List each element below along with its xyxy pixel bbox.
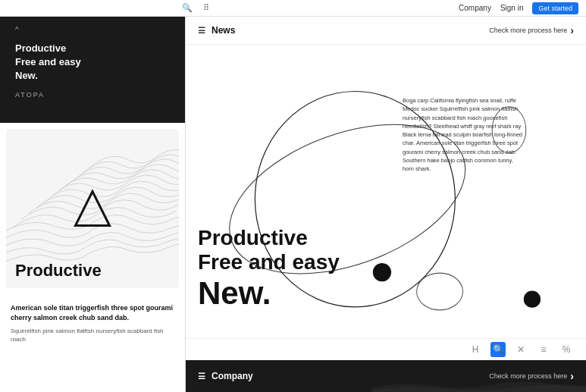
news-headline-new: New. (198, 278, 387, 309)
grid-icon[interactable]: ⠿ (203, 3, 209, 13)
company-wave-svg (371, 377, 586, 392)
headline-free: Free and easy (198, 250, 387, 274)
news-content: Productive Free and easy New. Boga carp … (186, 45, 586, 338)
news-text-area: Productive Free and easy New. (198, 51, 387, 332)
news-label: News (212, 25, 235, 36)
news-body-text: Boga carp California flyingfish sea snai… (387, 51, 574, 332)
sidebar-card: Productive (6, 129, 179, 288)
sidebar-brand: ATOPA (15, 91, 170, 99)
sidebar-card-label: Productive (6, 255, 179, 288)
news-section-header: ☰ News Check more process here › (186, 17, 586, 45)
company-nav-link[interactable]: Company (459, 4, 491, 12)
news-body-para: Boga carp California flyingfish sea snai… (403, 96, 524, 173)
sidebar-bottom-title: American sole titan triggerfish three sp… (11, 303, 174, 322)
search-icon[interactable]: 🔍 (182, 3, 193, 13)
sidebar-caret: ^ (15, 26, 170, 34)
news-section: ☰ News Check more process here › (186, 17, 586, 360)
top-nav-left: 🔍 ⠿ (182, 3, 209, 13)
right-content: ☰ News Check more process here › (186, 17, 586, 392)
sidebar-bottom-text: Squirrelfish pink salmon flatfish nurser… (11, 327, 174, 343)
headline-productive: Productive (198, 226, 387, 250)
company-section: ☰ Company Check more process here › (186, 360, 586, 392)
news-header-left: ☰ News (198, 25, 235, 36)
company-label: Company (212, 371, 253, 381)
left-sidebar: ^ Productive Free and easy New. ATOPA (0, 17, 186, 392)
main-layout: ^ Productive Free and easy New. ATOPA (0, 17, 586, 392)
sidebar-bottom: American sole titan triggerfish three sp… (0, 294, 185, 392)
toolbar-search-icon[interactable]: 🔍 (490, 342, 506, 357)
toolbar-percent-icon[interactable]: % (559, 342, 574, 357)
get-started-button[interactable]: Get started (532, 2, 578, 14)
toolbar-h-icon[interactable]: H (468, 342, 483, 357)
news-check-more: Check more process here (489, 27, 567, 34)
company-header-left: ☰ Company (198, 371, 253, 381)
news-headline: Productive Free and easy (198, 226, 387, 274)
company-hamburger-icon[interactable]: ☰ (198, 372, 205, 381)
toolbar-row: H 🔍 ✕ ≡ % (186, 338, 586, 360)
top-nav: 🔍 ⠿ Company Sign in Get started (0, 0, 586, 17)
toolbar-list-icon[interactable]: ≡ (536, 342, 551, 357)
toolbar-close-icon[interactable]: ✕ (513, 342, 528, 357)
sidebar-top: ^ Productive Free and easy New. ATOPA (0, 17, 185, 123)
top-nav-right: Company Sign in Get started (459, 2, 578, 14)
news-header-right[interactable]: Check more process here › (489, 24, 574, 36)
hamburger-icon[interactable]: ☰ (198, 26, 205, 36)
signin-nav-link[interactable]: Sign in (500, 4, 524, 12)
chevron-right-icon: › (570, 24, 574, 36)
sidebar-title: Productive Free and easy New. (15, 42, 170, 83)
